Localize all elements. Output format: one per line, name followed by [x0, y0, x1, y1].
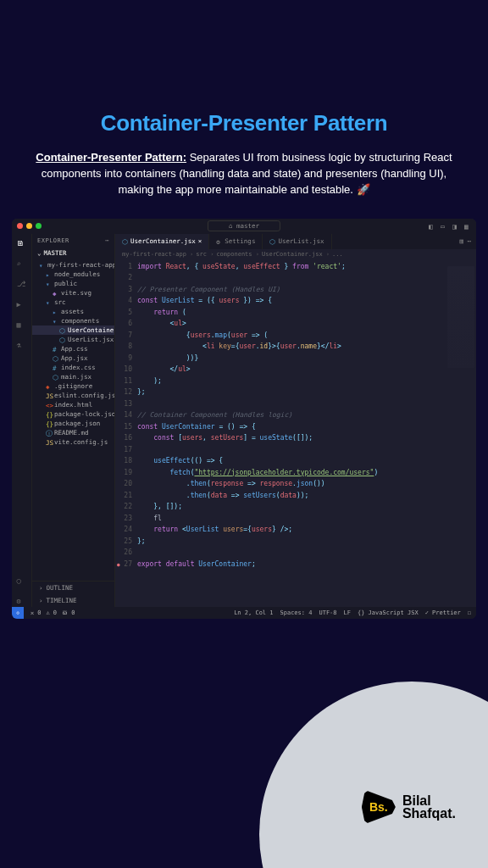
sidebar-section-outline[interactable]: ›OUTLINE [32, 581, 114, 594]
code-line[interactable]: ))} [137, 353, 473, 364]
maximize-window-button[interactable] [36, 223, 42, 229]
beaker-icon[interactable]: ⚗ [17, 341, 27, 351]
code-line[interactable]: <li key={user.id}>{user.name}</li> [137, 341, 473, 353]
breadcrumb[interactable]: my-first-react-appsrccomponentsUserConta… [115, 249, 476, 259]
close-window-button[interactable] [17, 223, 23, 229]
code-line[interactable]: const UserContainer = () => { [137, 421, 473, 433]
tree-label: my-first-react-app [47, 261, 114, 269]
tree-item-assets[interactable]: ▸assets [32, 307, 114, 316]
code-line[interactable]: fl [137, 513, 473, 525]
tree-item-index-html[interactable]: <>index.html [32, 400, 114, 409]
files-icon[interactable]: 🗎 [17, 239, 27, 249]
remote-indicator[interactable]: ⟐ [12, 607, 24, 619]
code-line[interactable]: const [users, setUsers] = useState([]); [137, 432, 473, 444]
line-number: 12 [115, 387, 132, 398]
code-line[interactable]: import React, { useState, useEffect } fr… [137, 261, 473, 273]
tree-item-components[interactable]: ▾components [32, 316, 114, 326]
status-item[interactable]: Ln 2, Col 1 [234, 609, 273, 616]
footer-decoration [259, 682, 488, 868]
code-line[interactable] [137, 398, 473, 410]
status-item[interactable]: ✓ Prettier [425, 609, 461, 616]
layout-customize-icon[interactable]: ▦ [464, 223, 471, 230]
code-line[interactable]: .then(data => setUsers(data)); [137, 490, 473, 502]
sidebar-more-icon[interactable]: ⋯ [105, 237, 109, 244]
code-line[interactable]: }; [137, 387, 473, 398]
status-item[interactable]: LF [344, 609, 351, 616]
tree-item-package-json[interactable]: {}package.json [32, 419, 114, 428]
status-item[interactable]: ☐ [468, 609, 471, 616]
breadcrumb-segment[interactable]: ... [332, 251, 343, 258]
code-line[interactable]: }; [137, 536, 473, 548]
settings-icon[interactable]: ⚙ [17, 597, 27, 607]
code-line[interactable]: ); [137, 376, 473, 387]
tree-item-node_modules[interactable]: ▸node_modules [32, 270, 114, 279]
editor-actions-icon[interactable]: ▥ ⋯ [454, 234, 476, 249]
code-line[interactable]: // Presenter Component (Handles UI) [137, 284, 473, 296]
code-line[interactable]: }, []); [137, 501, 473, 513]
titlebar-actions: ◧ ▭ ◨ ▦ [429, 223, 471, 230]
tree-item-App-jsx[interactable]: ⬡App.jsx [32, 353, 114, 363]
status-item[interactable]: UTF-8 [319, 609, 336, 616]
extensions-icon[interactable]: ▦ [17, 320, 27, 331]
tree-item-UserList-jsx[interactable]: ⬡UserList.jsx [32, 335, 114, 344]
close-tab-icon[interactable]: × [198, 237, 202, 245]
sidebar-section-timeline[interactable]: ›TIMELINE [32, 594, 114, 607]
workspace-root[interactable]: ⌄ MASTER [32, 248, 114, 259]
breadcrumb-segment[interactable]: UserContainer.jsx [262, 251, 330, 258]
status-item[interactable]: ⚠ 0 [46, 609, 57, 616]
branch-icon: ⌂ [229, 222, 233, 230]
tab-settings[interactable]: ⚙Settings [209, 234, 263, 249]
git-icon[interactable]: ⎇ [17, 280, 27, 290]
tree-item-package-lock-json[interactable]: {}package-lock.json [32, 409, 114, 419]
git-icon: ◈ [46, 383, 52, 389]
code-editor[interactable]: import React, { useState, useEffect } fr… [137, 259, 476, 607]
code-line[interactable]: <ul> [137, 318, 473, 330]
code-line[interactable] [137, 272, 473, 284]
editor-tabs: ⬡UserContainer.jsx×⚙Settings⬡UserList.js… [115, 234, 476, 249]
layout-right-icon[interactable]: ◨ [452, 223, 459, 230]
tree-item-index-css[interactable]: #index.css [32, 363, 114, 372]
tree-item-UserContainer-jsx[interactable]: ⬡UserContainer.jsx [32, 326, 114, 335]
layout-sidebar-icon[interactable]: ◧ [429, 223, 435, 230]
code-line[interactable]: </ul> [137, 364, 473, 376]
account-icon[interactable]: ◯ [17, 576, 27, 587]
tree-item-my-first-react-app[interactable]: ▾my-first-react-app [32, 260, 114, 270]
code-line[interactable]: useEffect(() => { [137, 455, 473, 467]
tab-usercontainer-jsx[interactable]: ⬡UserContainer.jsx× [115, 234, 209, 249]
code-line[interactable]: return <UserList users={users} />; [137, 524, 473, 536]
tree-item--gitignore[interactable]: ◈.gitignore [32, 381, 114, 391]
status-item[interactable]: ⦻ 0 [62, 609, 75, 616]
react-icon: ⬡ [59, 337, 65, 342]
code-line[interactable]: const UserList = ({ users }) => { [137, 295, 473, 307]
tree-item-public[interactable]: ▾public [32, 279, 114, 288]
breadcrumb-segment[interactable]: my-first-react-app [122, 251, 193, 258]
tree-item-vite-config-js[interactable]: JSvite.config.js [32, 437, 114, 447]
tree-item-eslint-config-js[interactable]: JSeslint.config.js [32, 391, 114, 400]
tree-item-App-css[interactable]: #App.css [32, 344, 114, 353]
tree-item-src[interactable]: ▾src [32, 298, 114, 307]
command-center[interactable]: ⌂ master [208, 220, 280, 231]
tree-item-vite-svg[interactable]: ◆vite.svg [32, 288, 114, 298]
minimize-window-button[interactable] [26, 223, 32, 229]
status-item[interactable]: Spaces: 4 [280, 609, 313, 616]
debug-icon[interactable]: ▶ [17, 300, 27, 310]
code-line[interactable]: return ( [137, 307, 473, 319]
tree-item-main-jsx[interactable]: ⬡main.jsx [32, 372, 114, 381]
breadcrumb-segment[interactable]: src [196, 251, 214, 258]
status-item[interactable]: {} JavaScript JSX [358, 609, 419, 616]
code-line[interactable]: fetch("https://jsonplaceholder.typicode.… [137, 467, 473, 479]
search-icon[interactable]: ⌕ [17, 259, 27, 270]
code-line[interactable]: export default UserContainer; [137, 559, 473, 570]
status-item[interactable]: ⨉ 0 [30, 609, 41, 616]
code-line[interactable]: .then(response => response.json()) [137, 478, 473, 490]
tree-item-README-md[interactable]: ⓘREADME.md [32, 428, 114, 437]
minimap[interactable] [447, 266, 474, 368]
folder-icon: ▾ [39, 262, 45, 268]
tab-userlist-jsx[interactable]: ⬡UserList.jsx [263, 234, 331, 249]
code-line[interactable]: // Container Component (Handles logic) [137, 409, 473, 421]
layout-panel-icon[interactable]: ▭ [441, 223, 447, 230]
code-line[interactable]: {users.map(user => ( [137, 330, 473, 342]
code-line[interactable] [137, 444, 473, 456]
breadcrumb-segment[interactable]: components [216, 251, 259, 258]
code-line[interactable] [137, 547, 473, 559]
